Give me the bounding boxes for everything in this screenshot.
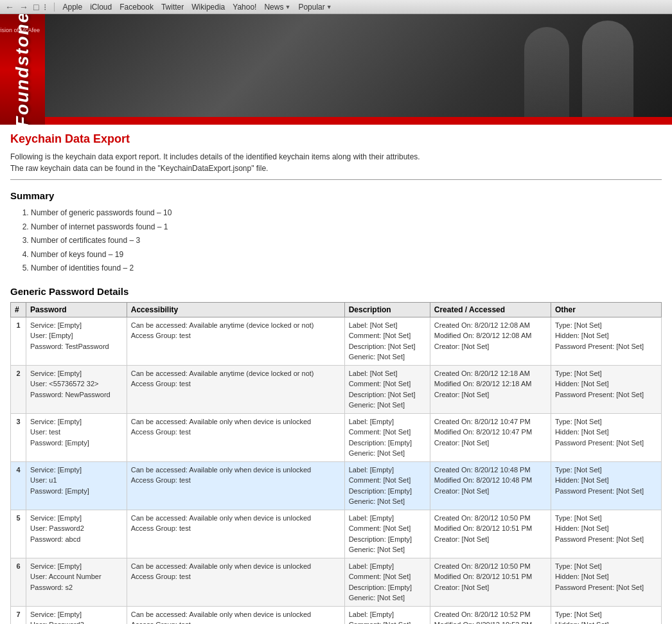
table-cell: Type: [Not Set]Hidden: [Not Set]Password…: [551, 606, 661, 624]
table-cell: Service: [Empty]User: Password2Password:…: [26, 510, 127, 558]
table-row: 7Service: [Empty]User: Password3Password…: [11, 606, 662, 624]
popular-dropdown[interactable]: Popular ▼: [298, 3, 332, 12]
table-cell: Type: [Not Set]Hidden: [Not Set]Password…: [551, 413, 661, 461]
table-cell: Service: [Empty]User: testPassword: [Emp…: [26, 413, 127, 461]
table-cell: Created On: 8/20/12 12:18 AMModified On:…: [430, 365, 551, 413]
logo-subtext: A Division of McAfee: [0, 27, 40, 33]
summary-list: Number of generic passwords found – 10 N…: [10, 206, 662, 276]
popular-label[interactable]: Popular: [298, 3, 324, 12]
table-cell: Type: [Not Set]Hidden: [Not Set]Password…: [551, 558, 661, 606]
col-header-description: Description: [344, 302, 430, 317]
col-header-other: Other: [551, 302, 661, 317]
table-cell-num: 5: [11, 510, 26, 558]
table-cell: Service: [Empty]User: [Empty]Password: T…: [26, 317, 127, 365]
table-row: 3Service: [Empty]User: testPassword: [Em…: [11, 413, 662, 461]
col-header-created: Created / Accessed: [430, 302, 551, 317]
col-header-num: #: [11, 302, 26, 317]
table-cell-num: 6: [11, 558, 26, 606]
table-row: 2Service: [Empty]User: <55736572 32>Pass…: [11, 365, 662, 413]
col-header-password: Password: [26, 302, 127, 317]
table-cell: Type: [Not Set]Hidden: [Not Set]Password…: [551, 317, 661, 365]
toolbar-link-apple[interactable]: Apple: [62, 3, 82, 12]
summary-title: Summary: [10, 190, 662, 201]
table-cell: Can be accessed: Available only when dev…: [127, 461, 344, 510]
news-dropdown[interactable]: News ▼: [264, 3, 290, 12]
news-dropdown-arrow: ▼: [285, 4, 290, 10]
table-cell: Can be accessed: Available only when dev…: [127, 606, 344, 624]
table-cell-num: 1: [11, 317, 26, 365]
toolbar-link-wikipedia[interactable]: Wikipedia: [191, 3, 225, 12]
summary-item-3: Number of certificates found – 3: [31, 234, 662, 248]
table-cell: Created On: 8/20/12 10:48 PMModified On:…: [430, 461, 551, 510]
col-header-accessibility: Accessibility: [127, 302, 344, 317]
page-content: Foundstone A Division of McAfee Keychain…: [0, 14, 672, 624]
table-cell: Can be accessed: Available only when dev…: [127, 510, 344, 558]
header-red-bar: [45, 117, 672, 125]
nav-buttons: ← → □ ⁝: [5, 2, 46, 12]
header-logo: Foundstone A Division of McAfee: [0, 14, 45, 125]
table-cell: Label: [Empty]Comment: [Not Set]Descript…: [344, 558, 430, 606]
table-cell: Label: [Not Set]Comment: [Not Set]Descri…: [344, 317, 430, 365]
table-cell: Can be accessed: Available anytime (devi…: [127, 365, 344, 413]
summary-item-4: Number of keys found – 19: [31, 248, 662, 262]
toolbar-link-facebook[interactable]: Facebook: [119, 3, 154, 12]
table-cell: Created On: 8/20/12 10:50 PMModified On:…: [430, 558, 551, 606]
toolbar-link-yahoo[interactable]: Yahoo!: [233, 3, 256, 12]
table-cell: Type: [Not Set]Hidden: [Not Set]Password…: [551, 461, 661, 510]
table-cell: Type: [Not Set]Hidden: [Not Set]Password…: [551, 510, 661, 558]
table-row: 6Service: [Empty]User: Account NumberPas…: [11, 558, 662, 606]
table-row: 4Service: [Empty]User: u1Password: [Empt…: [11, 461, 662, 510]
table-cell-num: 3: [11, 413, 26, 461]
banner-figures: [0, 14, 672, 125]
back-icon[interactable]: ←: [5, 2, 14, 12]
news-label[interactable]: News: [264, 3, 283, 12]
header-banner: Foundstone A Division of McAfee: [0, 14, 672, 125]
page-title: Keychain Data Export: [10, 132, 662, 146]
page-description: Following is the keychain data export re…: [10, 151, 662, 180]
generic-password-table: # Password Accessibility Description Cre…: [10, 302, 662, 624]
forward-icon[interactable]: →: [19, 2, 28, 12]
description-line2: The raw keychain data can be found in th…: [10, 163, 662, 174]
main-content: Keychain Data Export Following is the ke…: [0, 125, 672, 624]
description-line1: Following is the keychain data export re…: [10, 151, 662, 163]
grid-icon[interactable]: ⁝: [44, 2, 46, 12]
table-cell: Service: [Empty]User: Password3Password:…: [26, 606, 127, 624]
table-cell: Can be accessed: Available anytime (devi…: [127, 317, 344, 365]
table-cell: Service: [Empty]User: <55736572 32>Passw…: [26, 365, 127, 413]
summary-item-5: Number of identities found – 2: [31, 262, 662, 276]
table-cell: Can be accessed: Available only when dev…: [127, 413, 344, 461]
generic-password-title: Generic Password Details: [10, 286, 662, 297]
table-header-row: # Password Accessibility Description Cre…: [11, 302, 662, 317]
tabs-icon[interactable]: □: [33, 2, 39, 12]
summary-item-1: Number of generic passwords found – 10: [31, 206, 662, 220]
table-cell: Service: [Empty]User: u1Password: [Empty…: [26, 461, 127, 510]
table-cell: Service: [Empty]User: Account NumberPass…: [26, 558, 127, 606]
table-cell-num: 7: [11, 606, 26, 624]
table-cell-num: 4: [11, 461, 26, 510]
table-cell: Type: [Not Set]Hidden: [Not Set]Password…: [551, 365, 661, 413]
table-cell: Created On: 8/20/12 12:08 AMModified On:…: [430, 317, 551, 365]
table-cell: Created On: 8/20/12 10:47 PMModified On:…: [430, 413, 551, 461]
table-cell: Label: [Empty]Comment: [Not Set]Descript…: [344, 461, 430, 510]
table-cell: Label: [Empty]Comment: [Not Set]Descript…: [344, 510, 430, 558]
table-cell-num: 2: [11, 365, 26, 413]
browser-toolbar: ← → □ ⁝ Apple iCloud Facebook Twitter Wi…: [0, 0, 672, 14]
toolbar-link-twitter[interactable]: Twitter: [161, 3, 184, 12]
table-cell: Created On: 8/20/12 10:52 PMModified On:…: [430, 606, 551, 624]
table-cell: Created On: 8/20/12 10:50 PMModified On:…: [430, 510, 551, 558]
table-cell: Label: [Empty]Comment: [Not Set]Descript…: [344, 413, 430, 461]
toolbar-divider: [54, 3, 55, 12]
table-row: 5Service: [Empty]User: Password2Password…: [11, 510, 662, 558]
popular-dropdown-arrow: ▼: [326, 4, 332, 10]
table-row: 1Service: [Empty]User: [Empty]Password: …: [11, 317, 662, 365]
table-cell: Label: [Not Set]Comment: [Not Set]Descri…: [344, 365, 430, 413]
table-cell: Can be accessed: Available only when dev…: [127, 558, 344, 606]
summary-item-2: Number of internet passwords found – 1: [31, 220, 662, 235]
toolbar-link-icloud[interactable]: iCloud: [90, 3, 112, 12]
table-cell: Label: [Empty]Comment: [Not Set]Descript…: [344, 606, 430, 624]
